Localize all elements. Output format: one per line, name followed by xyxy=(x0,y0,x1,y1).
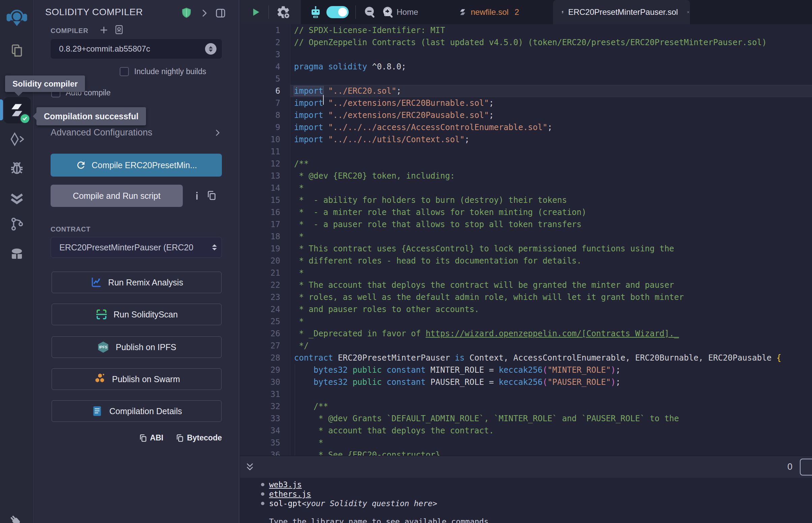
terminal-line: web3.js xyxy=(240,480,812,489)
sidebar-item-debugger[interactable] xyxy=(0,155,34,182)
line-number: 33 xyxy=(240,413,290,425)
code-line[interactable]: 4pragma solidity ^0.8.0; xyxy=(240,61,812,73)
code-line[interactable]: 12/** xyxy=(240,158,812,170)
code-line[interactable]: 23 * roles, as well as the default admin… xyxy=(240,291,812,303)
code-line[interactable]: 34 * account that deploys the contract. xyxy=(240,425,812,437)
code-line[interactable]: 24 * and pauser roles to other accounts. xyxy=(240,303,812,315)
code-line[interactable]: 26 * _Deprecated in favor of https://wiz… xyxy=(240,327,812,340)
line-number: 5 xyxy=(240,73,290,85)
sidebar-item-file-explorer[interactable] xyxy=(0,37,34,64)
sidebar-item-settings[interactable] xyxy=(0,509,34,523)
sidebar-item-deploy-run[interactable] xyxy=(0,126,34,152)
toggle-knob xyxy=(338,8,347,17)
code-line[interactable]: 29 bytes32 public constant MINTER_ROLE =… xyxy=(240,364,812,376)
code-editor[interactable]: 1// SPDX-License-Identifier: MIT2// Open… xyxy=(240,24,812,456)
compiler-version-select[interactable]: 0.8.29+commit.ab55807c xyxy=(51,39,222,59)
code-line[interactable]: 31 xyxy=(240,388,812,400)
debugger-icon xyxy=(9,160,25,177)
close-icon[interactable] xyxy=(687,8,690,17)
select-spinner-icon xyxy=(205,43,216,55)
expand-terminal-icon[interactable] xyxy=(245,462,255,472)
code-line[interactable]: 16 * - a minter role that allows for tok… xyxy=(240,206,812,218)
run-remix-analysis-button[interactable]: Run Remix Analysis xyxy=(52,272,222,293)
code-line[interactable]: 13 * @dev {ERC20} token, including: xyxy=(240,170,812,182)
git-icon xyxy=(9,216,24,232)
code-line[interactable]: 21 * xyxy=(240,267,812,279)
code-line[interactable]: 30 bytes32 public constant PAUSER_ROLE =… xyxy=(240,376,812,388)
remix-logo[interactable] xyxy=(0,4,34,31)
compile-and-run-button[interactable]: Compile and Run script xyxy=(51,185,183,207)
tab-home[interactable]: Home xyxy=(382,0,418,24)
refresh-icon xyxy=(75,160,86,170)
code-line[interactable]: 5 xyxy=(240,73,812,85)
code-line[interactable]: 33 * @dev Grants `DEFAULT_ADMIN_ROLE`, `… xyxy=(240,413,812,425)
advanced-configurations-header[interactable]: Advanced Configurations xyxy=(51,127,222,138)
compilation-successful-tooltip: Compilation successful xyxy=(36,107,146,125)
panel-title: SOLIDITY COMPILER xyxy=(45,7,143,18)
zoom-out-button[interactable] xyxy=(361,0,380,24)
code-line[interactable]: 19 * This contract uses {AccessControl} … xyxy=(240,242,812,255)
code-line[interactable]: 11 xyxy=(240,146,812,158)
code-line[interactable]: 20 * different roles - head to its docum… xyxy=(240,255,812,267)
script-config-gear-button[interactable] xyxy=(272,0,294,24)
code-line[interactable]: 1// SPDX-License-Identifier: MIT xyxy=(240,24,812,36)
line-number: 30 xyxy=(240,376,290,388)
terminal-header[interactable]: 0 xyxy=(240,456,812,478)
bytecode-label: Bytecode xyxy=(187,433,222,443)
tab-newfile-badge: 2 xyxy=(515,7,519,17)
info-icon[interactable] xyxy=(191,190,203,201)
code-line[interactable]: 35 * xyxy=(240,437,812,449)
tab-newfile[interactable]: newfile.sol 2 xyxy=(459,0,519,24)
code-line[interactable]: 9import "../../../access/AccessControlEn… xyxy=(240,121,812,133)
copy-bytecode-button[interactable]: Bytecode xyxy=(175,433,222,443)
terminal-text: sol-gpt xyxy=(269,499,302,508)
code-line[interactable]: 25 * xyxy=(240,315,812,327)
code-line[interactable]: 32 /** xyxy=(240,400,812,413)
publish-ipfs-button[interactable]: IPFS Publish on IPFS xyxy=(52,336,222,358)
tab-active-file[interactable]: ERC20PresetMinterPauser.sol xyxy=(553,0,690,24)
code-line[interactable]: 28contract ERC20PresetMinterPauser is Co… xyxy=(240,352,812,364)
code-line[interactable]: 8import "../extensions/ERC20Pausable.sol… xyxy=(240,109,812,121)
code-line[interactable]: 6import "../ERC20.sol"; xyxy=(240,85,812,97)
run-script-play-button[interactable] xyxy=(248,0,263,24)
terminal-lines: web3.jsethers.jssol-gpt <your Solidity q… xyxy=(240,480,812,508)
terminal-link[interactable]: web3.js xyxy=(269,480,302,489)
code-line[interactable]: 27 */ xyxy=(240,340,812,352)
terminal-search-input[interactable] xyxy=(800,458,812,475)
code-line[interactable]: 7import "../extensions/ERC20Burnable.sol… xyxy=(240,97,812,109)
line-number: 31 xyxy=(240,388,290,400)
editor-tabbar: Home newfile.sol 2 ERC20PresetMinterPaus… xyxy=(240,0,812,24)
code-line[interactable]: 2// OpenZeppelin Contracts (last updated… xyxy=(240,36,812,49)
panel-collapse-chevron[interactable] xyxy=(199,8,209,18)
code-line[interactable]: 14 * xyxy=(240,182,812,194)
line-number: 7 xyxy=(240,97,290,109)
code-line[interactable]: 22 * The account that deploys the contra… xyxy=(240,279,812,291)
publish-swarm-label: Publish on Swarm xyxy=(112,374,180,384)
terminal-link[interactable]: ethers.js xyxy=(269,489,311,499)
nightly-builds-checkbox[interactable] xyxy=(120,67,129,76)
sidebar-item-unit-testing[interactable] xyxy=(0,185,34,212)
copy-script-icon[interactable] xyxy=(206,190,217,201)
line-number: 18 xyxy=(240,231,290,242)
split-panel-icon[interactable] xyxy=(215,7,226,19)
compile-button[interactable]: Compile ERC20PresetMin... xyxy=(51,154,222,177)
code-line[interactable]: 17 * - a pauser role that allows to stop… xyxy=(240,218,812,231)
ai-assistant-robot-button[interactable] xyxy=(306,0,325,24)
code-line[interactable]: 15 * - ability for holders to burn (dest… xyxy=(240,194,812,206)
analysis-chart-icon xyxy=(90,276,102,288)
contract-select[interactable]: ERC20PresetMinterPauser (ERC20 xyxy=(51,237,222,258)
copy-abi-button[interactable]: ABI xyxy=(139,433,163,443)
code-line[interactable]: 3 xyxy=(240,49,812,61)
compilation-details-button[interactable]: Compilation Details xyxy=(52,400,222,422)
publish-swarm-button[interactable]: Publish on Swarm xyxy=(52,368,222,390)
remix-ide-window: { "panel": { "title": "SOLIDITY COMPILER… xyxy=(0,0,812,523)
ai-toggle[interactable] xyxy=(326,6,349,18)
code-line[interactable]: 18 * xyxy=(240,231,812,242)
sidebar-item-git[interactable] xyxy=(0,211,34,238)
code-line[interactable]: 10import "../../../utils/Context.sol"; xyxy=(240,133,812,146)
sidebar-item-plugin-manager[interactable] xyxy=(0,240,34,267)
compiler-config-file-icon[interactable] xyxy=(113,24,124,35)
run-solidityscan-button[interactable]: Run SolidityScan xyxy=(52,304,222,325)
code-line[interactable]: 36 * See {ERC20-constructor}. xyxy=(240,449,812,456)
add-compiler-icon[interactable] xyxy=(99,25,109,35)
